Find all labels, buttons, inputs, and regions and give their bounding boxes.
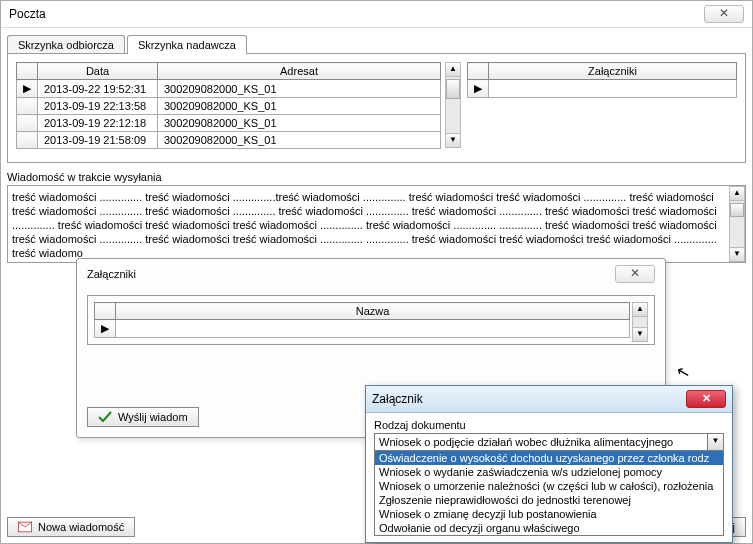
scroll-up-icon[interactable]: ▲ xyxy=(730,187,744,201)
dropdown-option[interactable]: Zgłoszenie nieprawidłowości do jednostki… xyxy=(375,493,723,507)
scroll-down-icon[interactable]: ▼ xyxy=(633,327,647,341)
scroll-thumb[interactable] xyxy=(730,203,744,217)
dropdown-option[interactable]: Oświadczenie o wysokość dochodu uzyskane… xyxy=(375,451,723,465)
document-type-value: Wniosek o podjęcie działań wobec dłużnik… xyxy=(375,434,707,450)
scroll-up-icon[interactable]: ▲ xyxy=(446,63,460,77)
dropdown-option[interactable]: Wniosek o zmianę decyzji lub postanowien… xyxy=(375,507,723,521)
document-type-window: Załącznik ✕ Rodzaj dokumentu Wniosek o p… xyxy=(365,385,733,543)
message-body[interactable]: treść wiadomości .............. treść wi… xyxy=(7,185,746,263)
document-type-title: Załącznik xyxy=(372,392,423,406)
col-attach[interactable]: Załączniki xyxy=(489,63,737,80)
attach-scrollbar[interactable]: ▲ ▼ xyxy=(632,302,648,342)
table-row[interactable]: ▶ xyxy=(95,320,630,338)
row-marker-icon: ▶ xyxy=(17,80,38,98)
scroll-down-icon[interactable]: ▼ xyxy=(446,133,460,147)
message-scrollbar[interactable]: ▲ ▼ xyxy=(729,186,745,262)
document-type-close-button[interactable]: ✕ xyxy=(686,390,726,408)
table-row[interactable]: ▶ xyxy=(468,80,737,98)
table-row[interactable]: 2013-09-19 22:13:58 300209082000_KS_01 xyxy=(17,98,441,115)
scroll-thumb[interactable] xyxy=(446,79,460,99)
table-row[interactable]: 2013-09-19 21:58:09 300209082000_KS_01 xyxy=(17,132,441,149)
window-title: Poczta xyxy=(9,7,46,21)
document-type-combo[interactable]: Wniosek o podjęcie działań wobec dłużnik… xyxy=(374,433,724,451)
mail-icon xyxy=(18,521,32,533)
table-row[interactable]: ▶ 2013-09-22 19:52:31 300209082000_KS_01 xyxy=(17,80,441,98)
tabs: Skrzynka odbiorcza Skrzynka nadawcza xyxy=(1,28,752,53)
attachments-inner-table[interactable]: Nazwa ▶ xyxy=(94,302,630,338)
col-recipient[interactable]: Adresat xyxy=(158,63,441,80)
attachments-close-button[interactable]: ✕ xyxy=(615,265,655,283)
messages-table[interactable]: Data Adresat ▶ 2013-09-22 19:52:31 30020… xyxy=(16,62,441,149)
window-close-button[interactable]: ✕ xyxy=(704,5,744,23)
chevron-down-icon[interactable]: ▼ xyxy=(707,434,723,450)
tab-outbox[interactable]: Skrzynka nadawcza xyxy=(127,35,247,54)
dropdown-option[interactable]: Wniosek o wydanie zaświadczenia w/s udzi… xyxy=(375,465,723,479)
titlebar: Poczta ✕ xyxy=(1,1,752,28)
new-message-button[interactable]: Nowa wiadomość xyxy=(7,517,135,537)
col-name[interactable]: Nazwa xyxy=(116,303,630,320)
attachments-title: Załączniki xyxy=(87,268,136,280)
scroll-down-icon[interactable]: ▼ xyxy=(730,247,744,261)
document-type-dropdown[interactable]: Oświadczenie o wysokość dochodu uzyskane… xyxy=(374,451,724,536)
document-type-label: Rodzaj dokumentu xyxy=(374,419,724,431)
sending-label: Wiadomość w trakcie wysyłania xyxy=(7,171,746,183)
dropdown-option[interactable]: Odwołanie od decyzji organu właściwego xyxy=(375,521,723,535)
tab-inbox[interactable]: Skrzynka odbiorcza xyxy=(7,35,125,54)
table-row[interactable]: 2013-09-19 22:12:18 300209082000_KS_01 xyxy=(17,115,441,132)
check-icon xyxy=(98,411,112,423)
messages-scrollbar[interactable]: ▲ ▼ xyxy=(445,62,461,148)
row-marker-icon: ▶ xyxy=(95,320,116,338)
attachments-table[interactable]: Załączniki ▶ xyxy=(467,62,737,98)
scroll-up-icon[interactable]: ▲ xyxy=(633,303,647,317)
tab-body: Data Adresat ▶ 2013-09-22 19:52:31 30020… xyxy=(7,53,746,163)
row-marker-icon: ▶ xyxy=(468,80,489,98)
col-date[interactable]: Data xyxy=(38,63,158,80)
send-message-button[interactable]: Wyślij wiadom xyxy=(87,407,199,427)
dropdown-option[interactable]: Wniosek o umorzenie należności (w części… xyxy=(375,479,723,493)
col-marker xyxy=(17,63,38,80)
